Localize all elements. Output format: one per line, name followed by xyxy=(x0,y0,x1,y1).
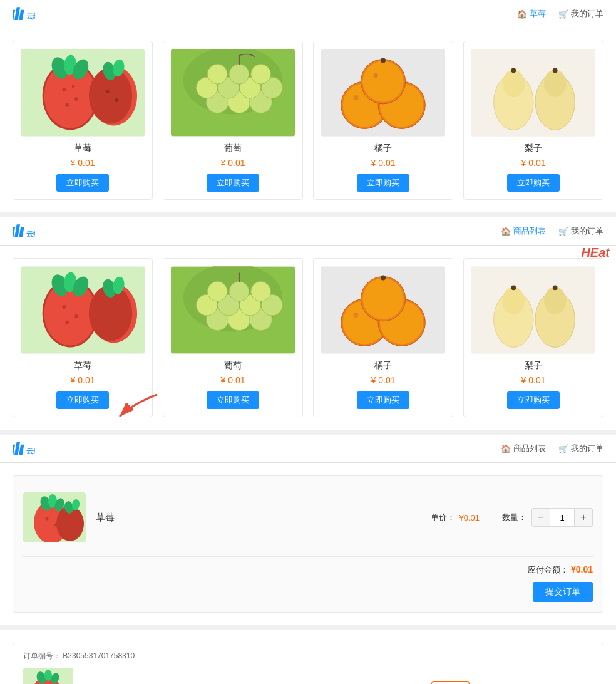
total-value: ¥0.01 xyxy=(571,564,593,574)
product-grid-1: 草莓 ¥ 0.01 立即购买 xyxy=(0,28,616,212)
qty-input[interactable] xyxy=(550,509,575,526)
product-img-grape-2 xyxy=(171,266,295,354)
product-list-1: 草莓 ¥ 0.01 立即购买 xyxy=(13,41,603,200)
svg-point-30 xyxy=(229,64,249,84)
svg-point-59 xyxy=(74,314,78,318)
svg-rect-44 xyxy=(471,49,595,137)
svg-rect-53 xyxy=(19,227,24,237)
svg-point-90 xyxy=(381,276,386,281)
home-icon-3: 🏠 xyxy=(501,444,511,453)
page-wrapper: 云编源想 🏠 草莓 🛒 我的订单 xyxy=(0,0,616,684)
order-item-img xyxy=(23,492,86,542)
svg-text:云编源想: 云编源想 xyxy=(26,13,35,20)
nav-product-list-2[interactable]: 🏠 商品列表 xyxy=(501,225,546,237)
unit-price-value: ¥0.01 xyxy=(459,513,480,522)
product-img-pear-2 xyxy=(471,266,595,354)
product-card-strawberry-2: 草莓 ¥ 0.01 立即购买 xyxy=(13,258,153,417)
order-number-value: B2305531701758310 xyxy=(63,651,135,660)
svg-point-93 xyxy=(503,287,525,314)
navbar-3: 云编源想 🏠 商品列表 🛒 我的订单 xyxy=(0,435,616,463)
orange-svg-2 xyxy=(321,266,445,354)
order-card: 草莓 单价： ¥0.01 数量： − + 应付 xyxy=(13,475,603,613)
svg-point-8 xyxy=(74,97,78,101)
nav-product-list-1[interactable]: 🏠 草莓 xyxy=(517,8,546,19)
product-card-orange-1: 橘子 ¥ 0.01 立即购买 xyxy=(313,41,453,200)
buy-btn-pear-2[interactable]: 立即购买 xyxy=(507,391,560,409)
strawberry-svg-1 xyxy=(21,49,145,137)
nav-my-orders-3[interactable]: 🛒 我的订单 xyxy=(558,443,603,454)
product-price-pear-1: ¥ 0.01 xyxy=(471,158,595,168)
nav-product-list-3[interactable]: 🏠 商品列表 xyxy=(501,443,546,454)
product-card-strawberry-1: 草莓 ¥ 0.01 立即购买 xyxy=(13,41,153,200)
arrow-annotation xyxy=(113,391,163,423)
buy-btn-orange-2[interactable]: 立即购买 xyxy=(357,391,409,409)
order-qty-group: 数量： − + xyxy=(502,508,593,527)
nav-my-orders-1[interactable]: 🛒 我的订单 xyxy=(558,8,603,19)
svg-rect-99 xyxy=(14,442,20,455)
svg-point-94 xyxy=(511,285,516,290)
cart-icon-3: 🛒 xyxy=(558,444,568,453)
nav-links-3: 🏠 商品列表 🛒 我的订单 xyxy=(501,443,603,454)
cart-icon-2: 🛒 xyxy=(558,227,568,236)
svg-point-16 xyxy=(106,90,110,93)
logo: 云编源想 xyxy=(13,5,35,23)
grape-svg-2 xyxy=(171,266,295,354)
product-name-orange-2: 橘子 xyxy=(321,360,445,371)
buy-btn-strawberry-2[interactable]: 立即购买 xyxy=(56,391,109,409)
order-price-group: 单价： ¥0.01 xyxy=(431,512,480,523)
qty-increase-btn[interactable]: + xyxy=(575,509,592,526)
total-label: 应付金额： xyxy=(528,565,568,574)
product-price-orange-2: ¥ 0.01 xyxy=(321,375,445,385)
buy-btn-grape-1[interactable]: 立即购买 xyxy=(207,174,259,192)
svg-point-36 xyxy=(353,95,358,100)
logo-3: 云编源想 xyxy=(13,440,35,457)
buy-btn-pear-1[interactable]: 立即购买 xyxy=(507,174,560,192)
order-list-item: 订单编号： B2305531701758310 xyxy=(13,643,603,684)
svg-point-10 xyxy=(72,85,75,88)
svg-rect-91 xyxy=(471,267,595,354)
svg-text:云编源想: 云编源想 xyxy=(26,447,35,455)
svg-point-96 xyxy=(544,287,567,314)
product-price-pear-2: ¥ 0.01 xyxy=(471,375,595,385)
order-form-section: 草莓 单价： ¥0.01 数量： − + 应付 xyxy=(0,463,616,625)
logo-icon-3: 云编源想 xyxy=(13,440,35,457)
product-grid-2: HEat xyxy=(0,246,616,430)
product-price-grape-1: ¥ 0.01 xyxy=(171,158,295,168)
product-price-grape-2: ¥ 0.01 xyxy=(171,375,295,385)
nav-my-orders-2[interactable]: 🛒 我的订单 xyxy=(558,225,603,237)
product-name-pear-1: 梨子 xyxy=(471,143,595,154)
product-name-orange-1: 橘子 xyxy=(321,143,445,154)
section-3: 云编源想 🏠 商品列表 🛒 我的订单 xyxy=(0,435,616,625)
svg-point-7 xyxy=(62,88,66,91)
svg-rect-2 xyxy=(19,10,24,20)
nav-product-label-1: 草莓 xyxy=(530,8,546,19)
pear-svg-2 xyxy=(471,266,595,354)
qty-decrease-btn[interactable]: − xyxy=(532,509,550,526)
unit-price-label: 单价： xyxy=(431,512,455,523)
svg-point-17 xyxy=(115,98,118,102)
buy-btn-strawberry-1[interactable]: 立即购买 xyxy=(56,174,109,192)
order-item-row: 草莓 单价： ¥0.01 数量： − + xyxy=(23,486,593,549)
buy-btn-grape-2[interactable]: 立即购买 xyxy=(207,391,259,409)
home-icon-2: 🏠 xyxy=(501,227,511,236)
svg-point-50 xyxy=(553,68,558,73)
svg-point-29 xyxy=(207,64,227,84)
svg-point-85 xyxy=(353,313,358,318)
buy-btn-orange-1[interactable]: 立即购买 xyxy=(357,174,409,192)
home-icon-1: 🏠 xyxy=(517,9,527,19)
section-1: 云编源想 🏠 草莓 🛒 我的订单 xyxy=(0,0,616,212)
svg-point-9 xyxy=(65,103,69,107)
svg-point-42 xyxy=(373,73,378,78)
svg-point-58 xyxy=(62,305,66,309)
nav-links-2: 🏠 商品列表 🛒 我的订单 xyxy=(501,225,603,237)
nav-links-1: 🏠 草莓 🛒 我的订单 xyxy=(517,8,603,19)
svg-point-43 xyxy=(381,58,386,63)
order-number-row: 订单编号： B2305531701758310 xyxy=(23,651,593,661)
submit-order-btn[interactable]: 提交订单 xyxy=(533,582,593,602)
svg-point-47 xyxy=(511,68,516,73)
product-card-grape-1: 葡萄 ¥ 0.01 立即购买 xyxy=(163,41,303,200)
product-price-strawberry-1: ¥ 0.01 xyxy=(21,158,145,168)
logo-icon-2: 云编源想 xyxy=(13,222,35,240)
nav-product-label-3: 商品列表 xyxy=(513,443,546,454)
product-img-orange-1 xyxy=(321,49,445,137)
